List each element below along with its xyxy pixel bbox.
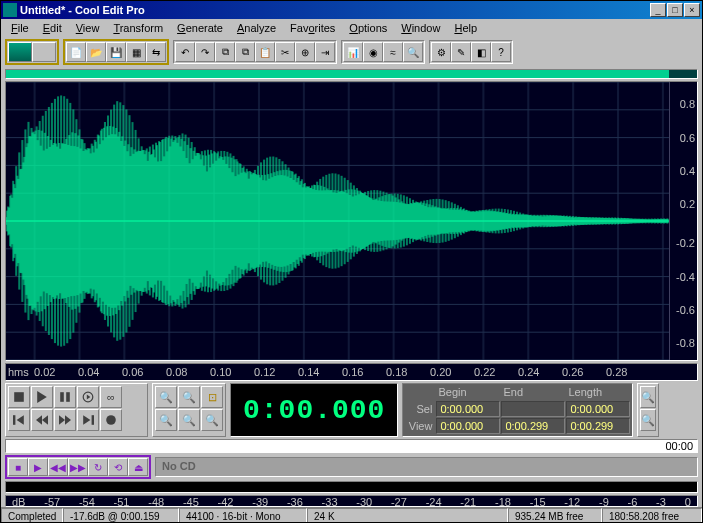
play-loop-button[interactable]: ∞ xyxy=(100,386,122,408)
menu-transform[interactable]: Transform xyxy=(107,21,169,35)
menu-view[interactable]: View xyxy=(70,21,106,35)
vzoom-out-button[interactable]: 🔍 xyxy=(640,409,656,431)
redo-button[interactable]: ↷ xyxy=(195,42,215,62)
cd-next-button[interactable]: ▶▶ xyxy=(68,458,88,476)
svg-rect-2 xyxy=(66,392,70,402)
play-button[interactable] xyxy=(31,386,53,408)
waveform-display[interactable]: 0.80.60.40.2-0.2-0.4-0.6-0.8 xyxy=(5,81,698,361)
cut-button[interactable]: ✂ xyxy=(275,42,295,62)
status-size: 24 K xyxy=(307,508,508,523)
time-display[interactable]: 0:00.000 xyxy=(230,383,398,437)
view-begin[interactable]: 0:00.000 xyxy=(436,418,500,434)
trim-button[interactable]: ⇥ xyxy=(315,42,335,62)
go-start-button[interactable] xyxy=(8,409,30,431)
freq-analysis-button[interactable]: 📊 xyxy=(343,42,363,62)
sel-end[interactable] xyxy=(501,401,565,417)
sel-label: Sel xyxy=(405,401,435,417)
zoom-right-button[interactable]: 🔍 xyxy=(201,409,223,431)
close-button[interactable]: × xyxy=(684,3,700,17)
amplitude-ruler: 0.80.60.40.2-0.2-0.4-0.6-0.8 xyxy=(669,82,697,360)
copy-new-button[interactable]: ⧉ xyxy=(235,42,255,62)
sel-begin[interactable]: 0:00.000 xyxy=(436,401,500,417)
device-button[interactable]: ◧ xyxy=(471,42,491,62)
scripts-button[interactable]: ✎ xyxy=(451,42,471,62)
spectral-button[interactable]: ≈ xyxy=(383,42,403,62)
menu-analyze[interactable]: Analyze xyxy=(231,21,282,35)
menu-file[interactable]: File xyxy=(5,21,35,35)
cd-prev-button[interactable]: ◀◀ xyxy=(48,458,68,476)
forward-button[interactable] xyxy=(54,409,76,431)
titlebar[interactable]: Untitled* - Cool Edit Pro _ □ × xyxy=(1,1,702,19)
cd-refresh-button[interactable]: ⟲ xyxy=(108,458,128,476)
edit-view-button[interactable] xyxy=(8,42,32,62)
convert-button[interactable]: ⇆ xyxy=(146,42,166,62)
menu-edit[interactable]: Edit xyxy=(37,21,68,35)
view-length[interactable]: 0:00.299 xyxy=(566,418,630,434)
db-scale: dB-57-54-51-48-45-42-39-36-33-30-27-24-2… xyxy=(5,495,698,507)
cd-repeat-button[interactable]: ↻ xyxy=(88,458,108,476)
phase-button[interactable]: ◉ xyxy=(363,42,383,62)
batch-button[interactable]: ▦ xyxy=(126,42,146,62)
stats-button[interactable]: 🔍 xyxy=(403,42,423,62)
sel-length[interactable]: 0:00.000 xyxy=(566,401,630,417)
zoom-full-button[interactable]: ⊡ xyxy=(201,386,223,408)
zoom-in-button[interactable]: 🔍 xyxy=(155,386,177,408)
svg-rect-1 xyxy=(60,392,64,402)
multitrack-view-button[interactable] xyxy=(32,42,56,62)
analyze-group: 📊 ◉ ≈ 🔍 xyxy=(341,40,425,64)
play-to-end-button[interactable] xyxy=(77,386,99,408)
end-header: End xyxy=(501,386,565,400)
status-state: Completed xyxy=(1,508,63,523)
pause-button[interactable] xyxy=(54,386,76,408)
length-header: Length xyxy=(566,386,630,400)
zoom-out-button[interactable]: 🔍 xyxy=(178,386,200,408)
new-button[interactable]: 📄 xyxy=(66,42,86,62)
cd-play-button[interactable]: ▶ xyxy=(28,458,48,476)
time-ruler[interactable]: hms0.020.040.060.080.100.120.140.160.180… xyxy=(5,363,698,381)
view-label: View xyxy=(405,418,435,434)
statusbar: Completed -17.6dB @ 0:00.159 44100 · 16-… xyxy=(1,507,702,523)
copy-button[interactable]: ⧉ xyxy=(215,42,235,62)
paste-button[interactable]: 📋 xyxy=(255,42,275,62)
cd-eject-button[interactable]: ⏏ xyxy=(128,458,148,476)
overview-bar[interactable] xyxy=(5,69,698,79)
cd-stop-button[interactable]: ■ xyxy=(8,458,28,476)
svg-point-6 xyxy=(106,415,116,425)
menubar: File Edit View Transform Generate Analyz… xyxy=(1,19,702,37)
app-icon xyxy=(3,3,17,17)
zoom-left-button[interactable]: 🔍 xyxy=(178,409,200,431)
menu-help[interactable]: Help xyxy=(448,21,483,35)
save-button[interactable]: 💾 xyxy=(106,42,126,62)
record-button[interactable] xyxy=(100,409,122,431)
go-end-button[interactable] xyxy=(77,409,99,431)
vzoom-controls: 🔍 🔍 xyxy=(637,383,659,437)
help-button[interactable]: ? xyxy=(491,42,511,62)
minimize-button[interactable]: _ xyxy=(650,3,666,17)
status-peak: -17.6dB @ 0:00.159 xyxy=(63,508,179,523)
window-title: Untitled* - Cool Edit Pro xyxy=(20,4,650,16)
level-meter[interactable] xyxy=(5,481,698,493)
level-time: 00:00 xyxy=(665,440,693,452)
menu-window[interactable]: Window xyxy=(395,21,446,35)
open-button[interactable]: 📂 xyxy=(86,42,106,62)
file-group: 📄 📂 💾 ▦ ⇆ xyxy=(63,39,169,65)
rewind-button[interactable] xyxy=(31,409,53,431)
level-bar: 00:00 xyxy=(5,439,698,453)
settings-button[interactable]: ⚙ xyxy=(431,42,451,62)
selection-view-panel: Begin End Length Sel 0:00.000 0:00.000 V… xyxy=(402,383,633,437)
options-group: ⚙ ✎ ◧ ? xyxy=(429,40,513,64)
mix-paste-button[interactable]: ⊕ xyxy=(295,42,315,62)
zoom-sel-button[interactable]: 🔍 xyxy=(155,409,177,431)
mode-switch-group xyxy=(5,39,59,65)
stop-button[interactable] xyxy=(8,386,30,408)
undo-button[interactable]: ↶ xyxy=(175,42,195,62)
maximize-button[interactable]: □ xyxy=(667,3,683,17)
menu-favorites[interactable]: Favorites xyxy=(284,21,341,35)
vzoom-in-button[interactable]: 🔍 xyxy=(640,386,656,408)
view-end[interactable]: 0:00.299 xyxy=(501,418,565,434)
menu-generate[interactable]: Generate xyxy=(171,21,229,35)
status-format: 44100 · 16-bit · Mono xyxy=(179,508,307,523)
waveform-canvas[interactable] xyxy=(6,82,669,360)
svg-rect-0 xyxy=(14,392,24,402)
menu-options[interactable]: Options xyxy=(343,21,393,35)
